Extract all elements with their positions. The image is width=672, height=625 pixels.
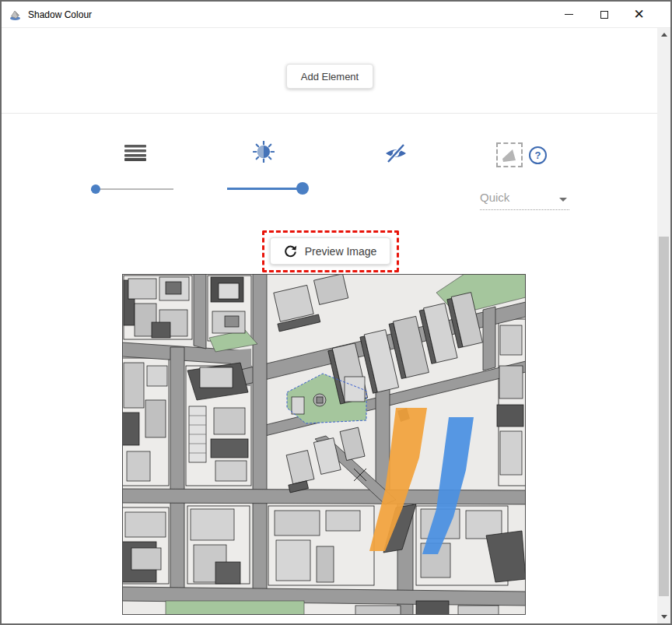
quality-dropdown-value: Quick [480,191,509,204]
layers-slider[interactable] [91,183,173,195]
layers-icon [124,144,146,163]
vertical-scrollbar[interactable] [657,28,670,623]
help-glyph: ? [535,149,541,161]
scroll-down-icon[interactable] [661,615,667,619]
map-preview [122,274,526,615]
brightness-slider[interactable] [227,182,305,195]
preview-image-label: Preview Image [305,245,377,258]
eye-off-icon[interactable] [383,143,408,163]
maximize-button[interactable] [586,2,621,27]
refresh-icon [284,244,297,258]
add-element-label: Add Element [301,71,359,83]
chevron-down-icon [559,198,567,202]
preview-image-button[interactable]: Preview Image [270,237,390,265]
close-button[interactable]: ✕ [621,2,656,27]
help-icon[interactable]: ? [529,146,547,164]
minimize-button[interactable] [551,2,586,27]
app-icon [9,9,22,21]
window-title: Shadow Colour [28,9,92,20]
section-divider [2,113,657,114]
close-icon: ✕ [633,8,644,21]
map-image [122,274,526,615]
minimize-icon [565,14,573,15]
scrollbar-thumb[interactable] [659,237,669,596]
layers-slider-thumb[interactable] [91,184,100,194]
app-window: Shadow Colour ✕ Add Element [0,0,672,625]
add-element-button[interactable]: Add Element [286,64,373,89]
brightness-icon [253,141,275,163]
title-bar: Shadow Colour ✕ [2,2,670,28]
scroll-up-icon[interactable] [661,33,667,37]
select-area-icon[interactable] [496,142,523,167]
brightness-slider-thumb[interactable] [296,182,309,195]
quality-dropdown[interactable]: Quick [480,191,569,210]
maximize-icon [600,11,608,19]
layers-slider-track[interactable] [91,188,173,190]
brightness-slider-fill [227,188,303,190]
